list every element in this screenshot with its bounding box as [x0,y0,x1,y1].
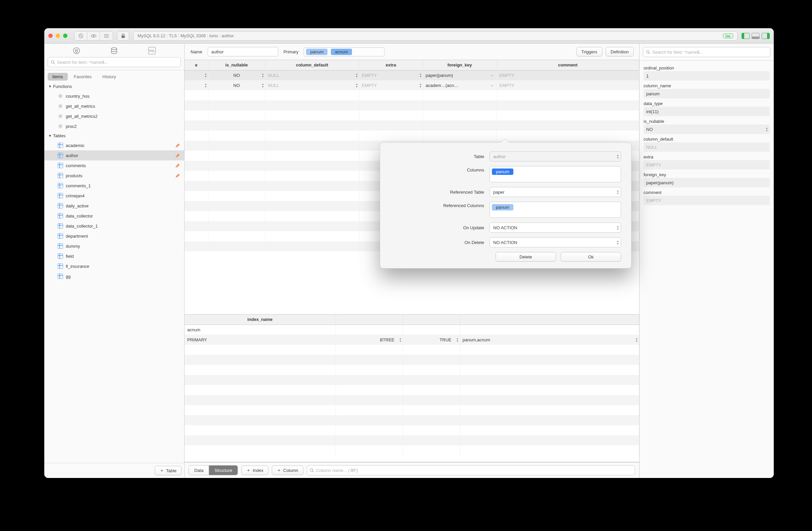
table-item[interactable]: department [44,231,184,241]
col-header-index-name[interactable]: index_name [185,315,335,325]
function-item[interactable]: get_all_metrics2 [44,111,184,121]
grid-cell[interactable]: NO [208,70,265,80]
table-item[interactable]: crimejan4 [44,191,184,201]
table-row[interactable] [185,111,639,120]
pin-icon[interactable] [175,143,180,148]
grid-cell[interactable]: panum,acnum [460,335,639,345]
toggle-bottom-panel-icon[interactable] [752,33,760,39]
inspector-search[interactable]: Search for field: ^name$... [643,47,770,57]
popover-ref-columns-box[interactable]: panum [490,202,621,218]
column-tag[interactable]: panum [492,169,513,175]
grid-cell[interactable]: paper(panum)→ [423,70,497,80]
index-grid[interactable]: index_name acnumPRIMARYBTREETRUEpanum,ac… [185,315,639,462]
inspector-field-value[interactable]: 1 [643,71,770,81]
connection-path[interactable]: MySQL 8.0.12 : TLS : MySQL 3308 : tono :… [133,31,738,41]
popover-ok-button[interactable]: Ok [561,252,621,261]
table-row[interactable]: acnum [185,325,639,335]
popover-delete-button[interactable]: Delete [496,252,556,261]
pin-icon[interactable] [175,153,180,158]
toggle-left-panel-icon[interactable] [741,33,750,39]
table-row[interactable] [185,345,639,355]
col-header-blank[interactable] [335,315,403,325]
popover-table-select[interactable]: author [490,152,621,161]
table-row[interactable] [185,435,639,445]
inspector-field-value[interactable]: NO [643,125,770,134]
lock-icon[interactable] [117,31,129,40]
table-row[interactable]: PRIMARYBTREETRUEpanum,acnum [185,335,639,345]
grid-cell[interactable] [335,325,403,335]
grid-cell[interactable]: NO [208,80,265,90]
grid-cell[interactable]: EMPTY [497,80,639,90]
arrow-right-icon[interactable]: → [490,83,494,88]
table-row[interactable] [185,385,639,395]
table-item[interactable]: author [44,150,184,160]
plug-icon[interactable] [73,47,80,54]
grid-cell[interactable]: academ…(acn…→ [423,80,497,90]
table-row[interactable] [185,120,639,131]
definition-button[interactable]: Definition [606,47,634,56]
col-header-extra[interactable]: extra [359,60,423,70]
col-header-type[interactable]: e [185,60,208,70]
table-item[interactable]: products [44,171,184,181]
table-row[interactable] [185,415,639,425]
sidebar-tab-favorites[interactable]: Favorites [69,73,96,81]
table-row[interactable] [185,395,639,405]
col-header-blank[interactable] [460,315,639,325]
add-column-button[interactable]: ＋Column [272,465,303,475]
column-filter-input[interactable]: Column name... (⌘F) [307,465,635,475]
table-item[interactable]: data_collector [44,211,184,221]
inspector-field-value[interactable]: NULL [643,142,770,152]
grid-cell[interactable] [460,325,639,335]
grid-cell[interactable] [403,325,460,335]
inspector-field-value[interactable]: panum [643,89,770,98]
table-row[interactable] [185,90,639,100]
add-table-button[interactable]: ＋ Table [155,466,182,475]
table-item[interactable]: data_collector_1 [44,221,184,231]
tables-section-header[interactable]: ▼ Tables [44,131,184,140]
function-item[interactable]: proc2 [44,121,184,131]
inspector-field-value[interactable]: int(11) [643,107,770,116]
structure-view-button[interactable]: Structure [209,465,237,475]
inspector-field-value[interactable]: EMPTY [643,160,770,170]
grid-cell[interactable]: NULL [265,80,359,90]
grid-cell[interactable]: EMPTY [497,70,639,80]
arrow-right-icon[interactable]: → [490,73,494,78]
column-tag[interactable]: panum [492,204,513,211]
grid-cell[interactable]: acnum [185,325,335,335]
primary-keys-box[interactable]: panum acnum [304,47,385,56]
add-index-button[interactable]: ＋Index [241,465,269,475]
table-item[interactable]: field [44,251,184,261]
grid-cell[interactable]: NULL [265,70,359,80]
grid-cell[interactable]: EMPTY [359,70,423,80]
col-header-default[interactable]: column_default [265,60,359,70]
inspector-field-value[interactable]: EMPTY [643,196,770,205]
popover-on-delete-select[interactable]: NO ACTION [490,237,621,247]
popover-ref-table-select[interactable]: paper [490,187,621,197]
table-item[interactable]: daily_active [44,201,184,211]
col-header-fk[interactable]: foreign_key [423,60,497,70]
popover-columns-box[interactable]: panum [490,166,621,182]
database-icon[interactable] [111,47,118,54]
inspector-field-value[interactable]: paper(panum) [643,178,770,187]
table-item[interactable]: academic [44,140,184,150]
table-row[interactable]: NONULLEMPTYpaper(panum)→EMPTY [185,70,639,80]
grid-cell[interactable]: BTREE [335,335,403,345]
primary-key-chip[interactable]: acnum [331,49,352,55]
sidebar-search[interactable]: Search for item: ^name$... [48,57,181,67]
grid-cell[interactable] [185,80,208,90]
traffic-minimize[interactable] [56,33,60,38]
popover-on-update-select[interactable]: NO ACTION [490,223,621,233]
sql-icon[interactable]: SQL [148,47,156,54]
sidebar-tab-history[interactable]: History [98,73,120,81]
table-row[interactable] [185,405,639,415]
traffic-close[interactable] [48,33,53,38]
table-row[interactable] [185,445,639,456]
stop-icon[interactable] [74,31,87,40]
function-item[interactable]: country_hos [44,91,184,101]
col-header-blank[interactable] [403,315,460,325]
sidebar-tab-items[interactable]: Items [48,73,68,81]
table-item[interactable]: gg [44,271,184,281]
table-row[interactable]: NONULLEMPTYacadem…(acn…→EMPTY [185,80,639,90]
col-header-comment[interactable]: comment [497,60,639,70]
table-item[interactable]: comments_1 [44,181,184,191]
